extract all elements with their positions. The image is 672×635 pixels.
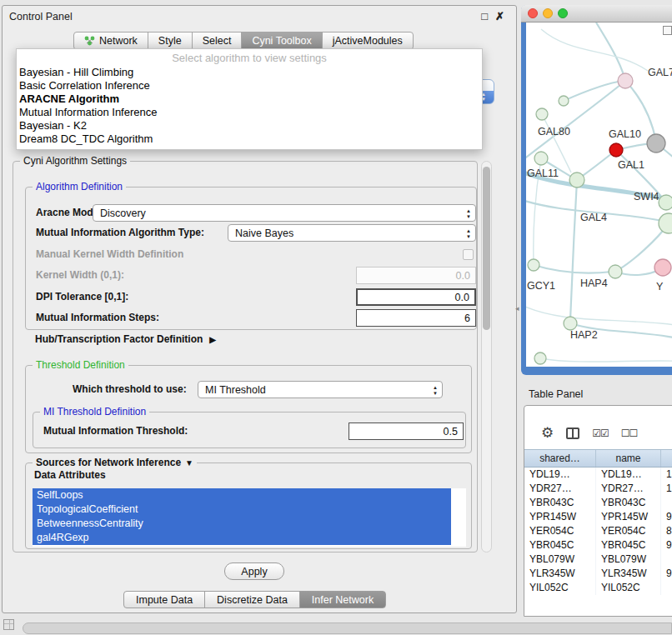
- network-node[interactable]: [528, 259, 539, 271]
- table-row[interactable]: YBR045CYBR045C9.: [524, 538, 672, 552]
- combo-arrows-icon: ▲▼: [466, 228, 471, 239]
- mi-steps-field[interactable]: 6: [356, 309, 476, 327]
- table-row[interactable]: YBL079WYBL079W: [524, 552, 672, 567]
- table-row[interactable]: YPR145WYPR145W9.: [524, 510, 672, 524]
- mi-type-label: Mutual Information Algorithm Type:: [36, 224, 204, 242]
- expanded-arrow-icon: ▼: [185, 457, 193, 469]
- close-button[interactable]: [528, 8, 538, 18]
- splitter-handle-icon[interactable]: ◂: [515, 304, 519, 312]
- network-node[interactable]: [564, 317, 577, 330]
- network-node[interactable]: [534, 352, 546, 364]
- horizontal-scrollbar[interactable]: [23, 622, 672, 634]
- algorithm-option[interactable]: Basic Correlation Inference: [17, 79, 482, 92]
- table-cell: YER054C: [596, 524, 661, 538]
- tab-style[interactable]: Style: [148, 32, 193, 50]
- table-cell: [661, 581, 672, 595]
- table-row[interactable]: YDR27…YDR27…12: [524, 482, 672, 496]
- column-header-extra[interactable]: [661, 450, 672, 467]
- tab-label: jActiveModules: [333, 35, 403, 47]
- window-buttons: □ ✗: [481, 10, 504, 22]
- network-node[interactable]: [647, 134, 665, 152]
- minimize-button[interactable]: [543, 8, 553, 18]
- apply-button[interactable]: Apply: [224, 562, 284, 580]
- deselect-all-checks-icon[interactable]: ☐☐: [621, 428, 638, 439]
- tab-cyni-toolbox[interactable]: Cyni Toolbox: [241, 32, 322, 50]
- tab-infer-network[interactable]: Infer Network: [299, 591, 386, 608]
- table-row[interactable]: YER054CYER054C8.: [524, 524, 672, 538]
- close-panel-icon[interactable]: ✗: [495, 10, 504, 22]
- table-cell: YBR045C: [596, 538, 661, 552]
- network-view-window: GAL7GAL80GAL10GAL11GAL1SWI4GAL4GCY1HAP4Y…: [521, 5, 672, 375]
- sources-group-title[interactable]: Sources for Network Inference ▼: [33, 457, 197, 469]
- table-cell: YIL052C: [524, 581, 596, 595]
- algorithm-option[interactable]: Bayesian - Hill Climbing: [17, 66, 482, 79]
- algorithm-option[interactable]: ARACNE Algorithm: [17, 92, 482, 106]
- tab-network[interactable]: Network: [73, 32, 148, 50]
- collapsed-arrow-icon: ▶: [209, 335, 216, 344]
- algorithm-option[interactable]: Dream8 DC_TDC Algorithm: [17, 132, 482, 146]
- network-canvas[interactable]: GAL7GAL80GAL10GAL11GAL1SWI4GAL4GCY1HAP4Y…: [526, 22, 672, 367]
- attribute-list-item[interactable]: BetweennessCentrality: [33, 517, 451, 531]
- table-row[interactable]: YLR345WYLR345W9.: [524, 567, 672, 581]
- table-row[interactable]: YBR043CYBR043C: [524, 496, 672, 510]
- network-node[interactable]: [654, 259, 671, 276]
- dpi-tolerance-field[interactable]: 0.0: [356, 288, 476, 306]
- column-header-shared[interactable]: shared…: [524, 450, 596, 467]
- threshold-definition-group: Threshold Definition Which threshold to …: [25, 365, 472, 453]
- tab-label: Style: [158, 35, 182, 47]
- attribute-list-item[interactable]: gal4RGexp: [33, 531, 451, 545]
- network-node-label: GAL4: [580, 212, 607, 223]
- select-all-checks-icon[interactable]: ☑☑: [592, 428, 609, 439]
- table-row[interactable]: YIL052CYIL052C: [524, 581, 672, 595]
- algorithm-option[interactable]: Mutual Information Inference: [17, 106, 482, 119]
- network-node[interactable]: [609, 265, 622, 278]
- kernel-width-field[interactable]: 0.0: [356, 267, 476, 284]
- combo-arrows-icon: ▲▼: [433, 385, 438, 396]
- birdseye-toggle[interactable]: [663, 26, 672, 35]
- tab-discretize-data[interactable]: Discretize Data: [204, 591, 300, 608]
- column-header-name[interactable]: name: [596, 450, 661, 467]
- settings-scrollbar[interactable]: [481, 161, 492, 552]
- mi-steps-label: Mutual Information Steps:: [36, 309, 159, 327]
- table-cell: YDL19…: [596, 468, 661, 482]
- mi-threshold-field[interactable]: 0.5: [349, 422, 464, 440]
- table-cell: YPR145W: [524, 510, 596, 524]
- aracne-mode-combo[interactable]: Discovery ▲▼: [93, 204, 476, 222]
- network-node[interactable]: [659, 213, 672, 233]
- float-window-icon[interactable]: □: [481, 10, 488, 22]
- columns-icon[interactable]: [566, 428, 579, 439]
- table-cell: 13: [661, 468, 672, 482]
- zoom-button[interactable]: [558, 8, 568, 18]
- settings-group-title: Cyni Algorithm Settings: [20, 155, 130, 168]
- algorithm-popup-list: Bayesian - Hill ClimbingBasic Correlatio…: [17, 66, 482, 146]
- network-node[interactable]: [659, 195, 672, 210]
- table-cell: YBL079W: [596, 552, 661, 567]
- manual-kernel-checkbox[interactable]: [463, 249, 474, 260]
- network-node[interactable]: [559, 96, 569, 106]
- tab-jactivemodules[interactable]: jActiveModules: [322, 32, 414, 50]
- threshold-definition-title: Threshold Definition: [33, 359, 128, 372]
- tab-select[interactable]: Select: [192, 32, 243, 50]
- gear-icon[interactable]: ⚙: [541, 426, 554, 440]
- algorithm-option[interactable]: Bayesian - K2: [17, 119, 482, 132]
- scrollbar-thumb[interactable]: [483, 167, 490, 330]
- hub-definition-section[interactable]: Hub/Transcription Factor Definition ▶: [35, 333, 216, 345]
- network-node[interactable]: [534, 152, 548, 165]
- mi-type-combo[interactable]: Naive Bayes ▲▼: [228, 224, 476, 242]
- table-panel-title: Table Panel: [529, 388, 583, 400]
- table-cell: YDR27…: [524, 482, 596, 496]
- attribute-list-item[interactable]: TopologicalCoefficient: [33, 502, 451, 517]
- network-node[interactable]: [618, 73, 633, 88]
- manual-kernel-label: Manual Kernel Width Definition: [36, 246, 183, 263]
- resize-grip-icon[interactable]: [3, 619, 14, 630]
- dpi-tolerance-label: DPI Tolerance [0,1]:: [36, 288, 128, 306]
- which-threshold-combo[interactable]: MI Threshold ▲▼: [198, 381, 443, 398]
- network-node[interactable]: [609, 143, 623, 157]
- table-cell: YDR27…: [596, 482, 661, 496]
- table-body: YDL19…YDL19…13YDR27…YDR27…12YBR043CYBR04…: [524, 468, 672, 595]
- network-node[interactable]: [569, 172, 584, 188]
- tab-impute-data[interactable]: Impute Data: [123, 591, 205, 608]
- table-row[interactable]: YDL19…YDL19…13: [524, 468, 672, 482]
- network-node[interactable]: [536, 108, 548, 120]
- attribute-list-item[interactable]: SelfLoops: [33, 488, 451, 502]
